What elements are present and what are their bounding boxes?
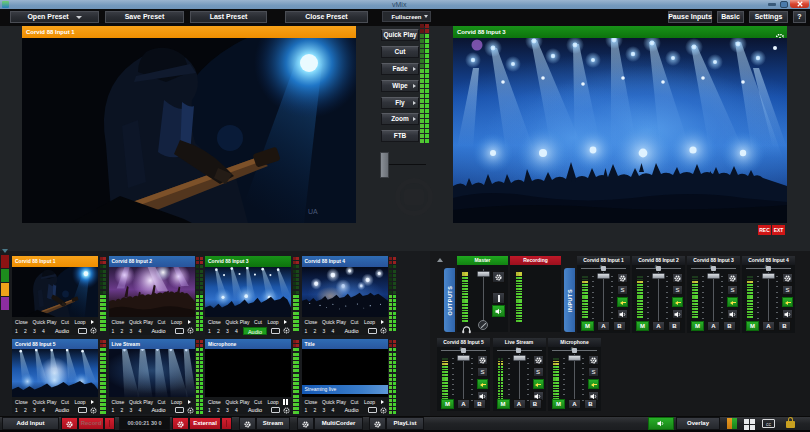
svg-text:UA: UA xyxy=(308,208,318,215)
